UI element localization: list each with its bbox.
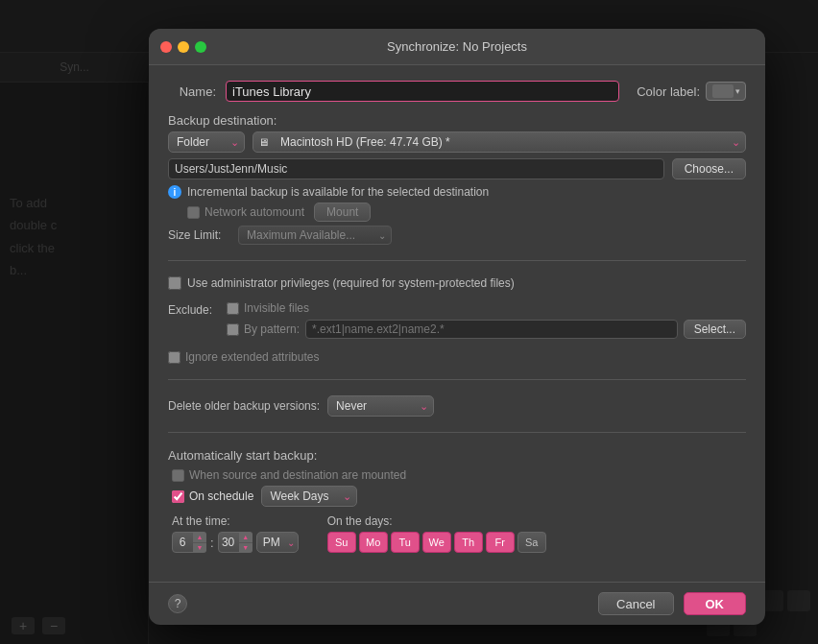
help-button[interactable]: ? <box>168 594 187 613</box>
disk-dropdown-wrap: Macintosh HD (Free: 47.74 GB) * Other... <box>253 131 746 153</box>
auto-backup-section: Automatically start backup: When source … <box>168 448 746 553</box>
minute-stepper-wrap: ▲ ▼ <box>218 532 253 553</box>
sync-dialog: Synchronize: No Projects Name: Color lab… <box>149 29 765 625</box>
name-row: Name: Color label: ▾ <box>168 81 746 102</box>
color-label-text: Color label: <box>637 84 700 99</box>
ampm-dropdown-wrap: AM PM <box>256 532 299 553</box>
minimize-button[interactable] <box>178 41 189 53</box>
days-label: On the days: <box>327 514 546 528</box>
network-automount-checkbox[interactable] <box>187 206 200 219</box>
dialog-footer: ? Cancel OK <box>149 582 765 625</box>
info-text: Incremental backup is available for the … <box>187 185 489 199</box>
type-dropdown-wrap: Folder Volume FTP <box>168 131 245 153</box>
backup-dest-header: Backup destination: <box>168 113 746 128</box>
day-th-btn[interactable]: Th <box>454 532 483 553</box>
schedule-dropdown[interactable]: Week Days Every Day Every Week Custom <box>261 486 357 507</box>
invisible-files-checkbox[interactable] <box>227 302 239 315</box>
ignore-checkbox[interactable] <box>168 351 180 364</box>
backup-dest-row2: Choose... <box>168 158 746 179</box>
on-schedule-checkbox[interactable] <box>172 490 184 503</box>
by-pattern-label: By pattern: <box>227 322 300 336</box>
select-button[interactable]: Select... <box>684 320 746 339</box>
color-swatch-btn[interactable]: ▾ <box>706 82 746 101</box>
size-limit-dropdown-wrap: Maximum Available... 1 GB 5 GB <box>238 226 392 245</box>
ampm-dropdown[interactable]: AM PM <box>256 532 299 553</box>
never-dropdown-wrap: Never After 1 month After 3 months After… <box>327 395 434 417</box>
cancel-button[interactable]: Cancel <box>598 592 673 615</box>
never-dropdown[interactable]: Never After 1 month After 3 months After… <box>327 395 434 417</box>
exclude-row: Exclude: Invisible files By pattern: Sel… <box>168 301 746 339</box>
exclude-label: Exclude: <box>168 303 221 317</box>
delete-row: Delete older backup versions: Never Afte… <box>168 395 746 417</box>
size-limit-dropdown[interactable]: Maximum Available... 1 GB 5 GB <box>238 226 392 245</box>
admin-label: Use administrator privileges (required f… <box>168 276 515 290</box>
time-colon: : <box>210 536 214 550</box>
title-bar: Synchronize: No Projects <box>149 29 765 65</box>
window-title: Synchronize: No Projects <box>387 39 527 54</box>
source-mounted-label: When source and destination are mounted <box>172 468 406 482</box>
day-tu-btn[interactable]: Tu <box>391 532 420 553</box>
hour-stepper-wrap: ▲ ▼ <box>172 532 206 553</box>
close-button[interactable] <box>160 41 172 53</box>
ignore-label: Ignore extended attributes <box>168 350 319 364</box>
traffic-lights <box>160 41 206 53</box>
size-limit-label: Size Limit: <box>168 228 230 242</box>
mount-button[interactable]: Mount <box>314 203 371 222</box>
network-automount-label: Network automount <box>187 205 304 219</box>
hour-down-btn[interactable]: ▼ <box>193 543 206 554</box>
auto-schedule-row: On schedule Week Days Every Day Every We… <box>168 486 746 507</box>
color-dropdown-arrow: ▾ <box>735 86 740 96</box>
exclude-options: Invisible files By pattern: Select... <box>227 301 746 339</box>
hour-arrows: ▲ ▼ <box>193 532 206 553</box>
minute-up-btn[interactable]: ▲ <box>239 532 253 543</box>
backup-dest-row1: Folder Volume FTP Macintosh HD (Free: 47… <box>168 131 746 153</box>
source-mounted-checkbox[interactable] <box>172 469 184 482</box>
divider-2 <box>168 379 746 380</box>
info-icon: i <box>168 185 181 199</box>
backup-dest-section: Backup destination: Folder Volume FTP Ma… <box>168 113 746 245</box>
schedule-dropdown-wrap: Week Days Every Day Every Week Custom <box>261 486 357 507</box>
day-we-btn[interactable]: We <box>422 532 451 553</box>
divider-3 <box>168 432 746 433</box>
size-limit-row: Size Limit: Maximum Available... 1 GB 5 … <box>168 226 746 245</box>
divider-1 <box>168 260 746 261</box>
path-input[interactable] <box>168 158 664 179</box>
day-sa-btn[interactable]: Sa <box>517 532 546 553</box>
time-label: At the time: <box>172 514 299 528</box>
ignore-row: Ignore extended attributes <box>168 350 746 364</box>
time-inputs: ▲ ▼ : ▲ ▼ <box>172 532 299 553</box>
maximize-button[interactable] <box>195 41 206 53</box>
auto-source-row: When source and destination are mounted <box>168 468 746 482</box>
day-mo-btn[interactable]: Mo <box>359 532 388 553</box>
by-pattern-checkbox[interactable] <box>227 323 239 336</box>
ok-button[interactable]: OK <box>684 592 747 615</box>
on-schedule-label: On schedule <box>172 489 253 503</box>
hour-up-btn[interactable]: ▲ <box>193 532 206 543</box>
pattern-row: By pattern: Select... <box>227 320 746 339</box>
network-row: Network automount Mount <box>168 203 746 222</box>
days-section: On the days: Su Mo Tu We Th Fr Sa <box>327 514 546 553</box>
pattern-input[interactable] <box>305 320 678 339</box>
auto-backup-header: Automatically start backup: <box>168 448 746 463</box>
name-label: Name: <box>168 84 216 99</box>
type-dropdown[interactable]: Folder Volume FTP <box>168 131 245 153</box>
time-section: At the time: ▲ ▼ : <box>172 514 299 553</box>
time-days-row: At the time: ▲ ▼ : <box>168 514 746 553</box>
color-label-group: Color label: ▾ <box>637 82 746 101</box>
day-fr-btn[interactable]: Fr <box>486 532 515 553</box>
admin-row: Use administrator privileges (required f… <box>168 276 746 290</box>
disk-dropdown[interactable]: Macintosh HD (Free: 47.74 GB) * Other... <box>253 131 746 153</box>
color-swatch <box>712 84 734 98</box>
days-buttons: Su Mo Tu We Th Fr Sa <box>327 532 546 553</box>
minute-down-btn[interactable]: ▼ <box>239 543 253 554</box>
day-su-btn[interactable]: Su <box>327 532 356 553</box>
invisible-files-label: Invisible files <box>227 301 746 315</box>
info-row: i Incremental backup is available for th… <box>168 185 746 199</box>
choose-button[interactable]: Choose... <box>672 158 746 179</box>
dialog-content: Name: Color label: ▾ Backup destination: <box>149 65 765 582</box>
delete-label: Delete older backup versions: <box>168 399 320 413</box>
admin-checkbox[interactable] <box>168 276 181 290</box>
name-input[interactable] <box>226 81 619 102</box>
minute-arrows: ▲ ▼ <box>239 532 253 553</box>
